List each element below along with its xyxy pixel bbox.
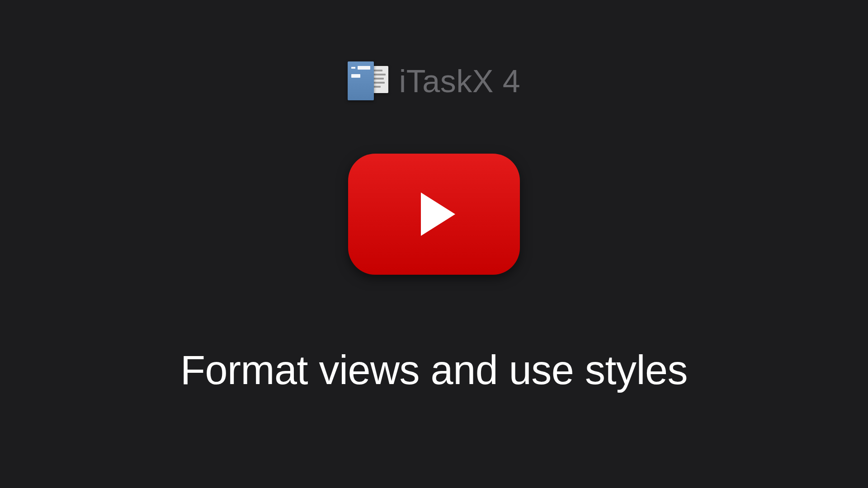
logo-document-front [348, 61, 374, 100]
itaskx-logo-icon [348, 59, 388, 104]
play-button-container [348, 154, 520, 275]
header: iTaskX 4 [348, 59, 521, 104]
video-title: Format views and use styles [180, 347, 688, 394]
play-button[interactable] [348, 154, 520, 275]
app-name: iTaskX 4 [399, 63, 521, 99]
play-icon [421, 192, 455, 236]
